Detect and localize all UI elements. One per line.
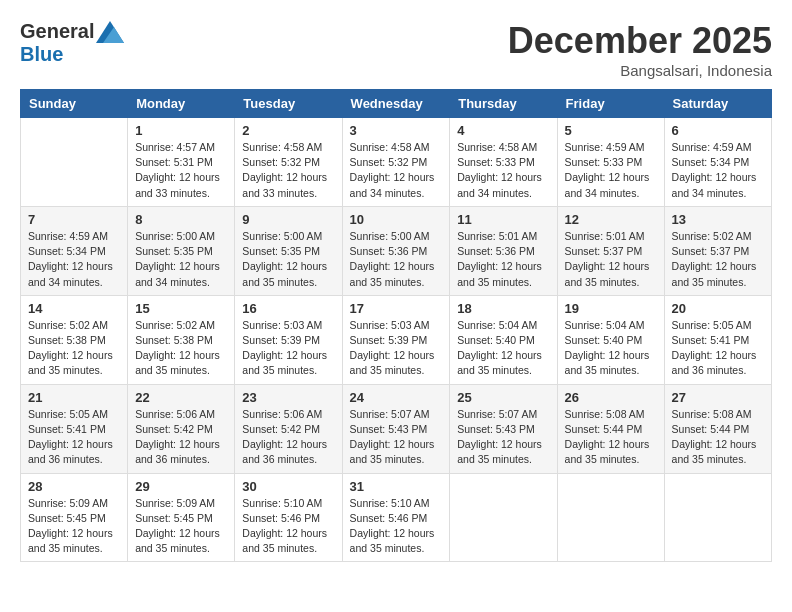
calendar-week-5: 28Sunrise: 5:09 AM Sunset: 5:45 PM Dayli… <box>21 473 772 562</box>
day-number: 23 <box>242 390 334 405</box>
day-number: 25 <box>457 390 549 405</box>
day-info: Sunrise: 4:57 AM Sunset: 5:31 PM Dayligh… <box>135 140 227 201</box>
calendar-cell: 24Sunrise: 5:07 AM Sunset: 5:43 PM Dayli… <box>342 384 450 473</box>
day-info: Sunrise: 5:00 AM Sunset: 5:35 PM Dayligh… <box>135 229 227 290</box>
day-info: Sunrise: 4:58 AM Sunset: 5:32 PM Dayligh… <box>242 140 334 201</box>
day-number: 15 <box>135 301 227 316</box>
day-info: Sunrise: 5:09 AM Sunset: 5:45 PM Dayligh… <box>135 496 227 557</box>
day-info: Sunrise: 5:02 AM Sunset: 5:38 PM Dayligh… <box>135 318 227 379</box>
day-number: 10 <box>350 212 443 227</box>
calendar-cell: 13Sunrise: 5:02 AM Sunset: 5:37 PM Dayli… <box>664 206 771 295</box>
day-info: Sunrise: 5:00 AM Sunset: 5:36 PM Dayligh… <box>350 229 443 290</box>
day-number: 26 <box>565 390 657 405</box>
location-subtitle: Bangsalsari, Indonesia <box>508 62 772 79</box>
calendar-cell: 29Sunrise: 5:09 AM Sunset: 5:45 PM Dayli… <box>128 473 235 562</box>
calendar-cell: 20Sunrise: 5:05 AM Sunset: 5:41 PM Dayli… <box>664 295 771 384</box>
day-number: 1 <box>135 123 227 138</box>
calendar-cell: 12Sunrise: 5:01 AM Sunset: 5:37 PM Dayli… <box>557 206 664 295</box>
calendar-cell: 3Sunrise: 4:58 AM Sunset: 5:32 PM Daylig… <box>342 118 450 207</box>
day-info: Sunrise: 5:10 AM Sunset: 5:46 PM Dayligh… <box>350 496 443 557</box>
day-number: 3 <box>350 123 443 138</box>
day-number: 7 <box>28 212 120 227</box>
calendar-cell: 2Sunrise: 4:58 AM Sunset: 5:32 PM Daylig… <box>235 118 342 207</box>
calendar-cell: 9Sunrise: 5:00 AM Sunset: 5:35 PM Daylig… <box>235 206 342 295</box>
day-number: 18 <box>457 301 549 316</box>
day-number: 11 <box>457 212 549 227</box>
day-number: 19 <box>565 301 657 316</box>
calendar-week-3: 14Sunrise: 5:02 AM Sunset: 5:38 PM Dayli… <box>21 295 772 384</box>
day-info: Sunrise: 4:58 AM Sunset: 5:33 PM Dayligh… <box>457 140 549 201</box>
calendar-header-monday: Monday <box>128 90 235 118</box>
day-number: 9 <box>242 212 334 227</box>
day-info: Sunrise: 5:06 AM Sunset: 5:42 PM Dayligh… <box>242 407 334 468</box>
day-info: Sunrise: 5:10 AM Sunset: 5:46 PM Dayligh… <box>242 496 334 557</box>
day-info: Sunrise: 5:00 AM Sunset: 5:35 PM Dayligh… <box>242 229 334 290</box>
day-number: 8 <box>135 212 227 227</box>
day-number: 16 <box>242 301 334 316</box>
calendar-header-sunday: Sunday <box>21 90 128 118</box>
day-info: Sunrise: 5:08 AM Sunset: 5:44 PM Dayligh… <box>672 407 764 468</box>
day-info: Sunrise: 5:05 AM Sunset: 5:41 PM Dayligh… <box>672 318 764 379</box>
calendar-cell: 21Sunrise: 5:05 AM Sunset: 5:41 PM Dayli… <box>21 384 128 473</box>
day-info: Sunrise: 5:05 AM Sunset: 5:41 PM Dayligh… <box>28 407 120 468</box>
day-number: 13 <box>672 212 764 227</box>
page-header: General Blue December 2025 Bangsalsari, … <box>20 20 772 79</box>
calendar-header-row: SundayMondayTuesdayWednesdayThursdayFrid… <box>21 90 772 118</box>
calendar-cell: 6Sunrise: 4:59 AM Sunset: 5:34 PM Daylig… <box>664 118 771 207</box>
calendar-cell: 15Sunrise: 5:02 AM Sunset: 5:38 PM Dayli… <box>128 295 235 384</box>
day-info: Sunrise: 5:06 AM Sunset: 5:42 PM Dayligh… <box>135 407 227 468</box>
calendar-cell: 4Sunrise: 4:58 AM Sunset: 5:33 PM Daylig… <box>450 118 557 207</box>
day-info: Sunrise: 5:03 AM Sunset: 5:39 PM Dayligh… <box>350 318 443 379</box>
day-number: 2 <box>242 123 334 138</box>
day-number: 30 <box>242 479 334 494</box>
calendar-cell: 30Sunrise: 5:10 AM Sunset: 5:46 PM Dayli… <box>235 473 342 562</box>
calendar-table: SundayMondayTuesdayWednesdayThursdayFrid… <box>20 89 772 562</box>
logo-general-text: General <box>20 20 94 43</box>
calendar-header-thursday: Thursday <box>450 90 557 118</box>
calendar-cell: 18Sunrise: 5:04 AM Sunset: 5:40 PM Dayli… <box>450 295 557 384</box>
calendar-week-4: 21Sunrise: 5:05 AM Sunset: 5:41 PM Dayli… <box>21 384 772 473</box>
calendar-cell: 10Sunrise: 5:00 AM Sunset: 5:36 PM Dayli… <box>342 206 450 295</box>
calendar-cell <box>664 473 771 562</box>
calendar-header-tuesday: Tuesday <box>235 90 342 118</box>
day-number: 5 <box>565 123 657 138</box>
day-number: 4 <box>457 123 549 138</box>
day-info: Sunrise: 4:59 AM Sunset: 5:33 PM Dayligh… <box>565 140 657 201</box>
calendar-cell: 16Sunrise: 5:03 AM Sunset: 5:39 PM Dayli… <box>235 295 342 384</box>
day-number: 20 <box>672 301 764 316</box>
day-info: Sunrise: 5:02 AM Sunset: 5:37 PM Dayligh… <box>672 229 764 290</box>
day-info: Sunrise: 4:59 AM Sunset: 5:34 PM Dayligh… <box>28 229 120 290</box>
calendar-cell: 11Sunrise: 5:01 AM Sunset: 5:36 PM Dayli… <box>450 206 557 295</box>
calendar-cell: 17Sunrise: 5:03 AM Sunset: 5:39 PM Dayli… <box>342 295 450 384</box>
day-number: 17 <box>350 301 443 316</box>
logo-icon <box>96 21 124 43</box>
title-section: December 2025 Bangsalsari, Indonesia <box>508 20 772 79</box>
day-number: 24 <box>350 390 443 405</box>
logo-blue-text: Blue <box>20 43 63 66</box>
calendar-header-wednesday: Wednesday <box>342 90 450 118</box>
calendar-cell: 7Sunrise: 4:59 AM Sunset: 5:34 PM Daylig… <box>21 206 128 295</box>
calendar-cell: 8Sunrise: 5:00 AM Sunset: 5:35 PM Daylig… <box>128 206 235 295</box>
calendar-cell: 27Sunrise: 5:08 AM Sunset: 5:44 PM Dayli… <box>664 384 771 473</box>
calendar-cell: 14Sunrise: 5:02 AM Sunset: 5:38 PM Dayli… <box>21 295 128 384</box>
day-info: Sunrise: 5:01 AM Sunset: 5:36 PM Dayligh… <box>457 229 549 290</box>
day-info: Sunrise: 5:02 AM Sunset: 5:38 PM Dayligh… <box>28 318 120 379</box>
day-number: 14 <box>28 301 120 316</box>
calendar-header-saturday: Saturday <box>664 90 771 118</box>
calendar-cell: 5Sunrise: 4:59 AM Sunset: 5:33 PM Daylig… <box>557 118 664 207</box>
calendar-cell: 25Sunrise: 5:07 AM Sunset: 5:43 PM Dayli… <box>450 384 557 473</box>
day-info: Sunrise: 5:08 AM Sunset: 5:44 PM Dayligh… <box>565 407 657 468</box>
day-number: 29 <box>135 479 227 494</box>
calendar-cell: 19Sunrise: 5:04 AM Sunset: 5:40 PM Dayli… <box>557 295 664 384</box>
day-info: Sunrise: 5:03 AM Sunset: 5:39 PM Dayligh… <box>242 318 334 379</box>
day-number: 27 <box>672 390 764 405</box>
day-info: Sunrise: 5:04 AM Sunset: 5:40 PM Dayligh… <box>457 318 549 379</box>
calendar-cell: 22Sunrise: 5:06 AM Sunset: 5:42 PM Dayli… <box>128 384 235 473</box>
month-title: December 2025 <box>508 20 772 62</box>
day-number: 31 <box>350 479 443 494</box>
day-info: Sunrise: 4:59 AM Sunset: 5:34 PM Dayligh… <box>672 140 764 201</box>
calendar-week-2: 7Sunrise: 4:59 AM Sunset: 5:34 PM Daylig… <box>21 206 772 295</box>
calendar-cell <box>450 473 557 562</box>
calendar-cell: 31Sunrise: 5:10 AM Sunset: 5:46 PM Dayli… <box>342 473 450 562</box>
day-number: 6 <box>672 123 764 138</box>
